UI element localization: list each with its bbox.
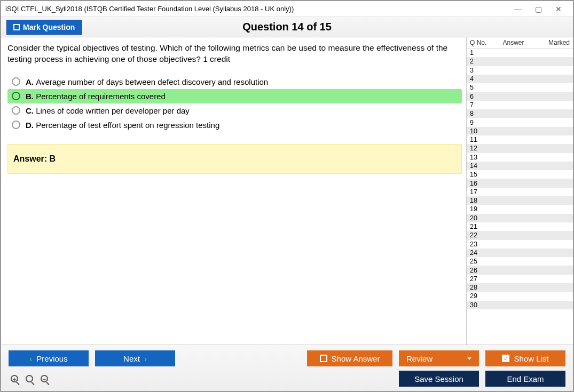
qno-cell: 11 bbox=[470, 136, 486, 143]
qno-cell: 20 bbox=[470, 214, 486, 222]
option-a[interactable]: A. Average number of days between defect… bbox=[7, 75, 462, 89]
question-row-28[interactable]: 28 bbox=[467, 283, 573, 292]
question-row-17[interactable]: 17 bbox=[467, 188, 573, 196]
radio-icon bbox=[12, 106, 20, 115]
question-row-23[interactable]: 23 bbox=[467, 240, 573, 249]
qno-cell: 21 bbox=[470, 223, 486, 230]
question-row-20[interactable]: 20 bbox=[467, 214, 573, 222]
show-answer-button[interactable]: Show Answer bbox=[307, 350, 392, 366]
show-answer-label: Show Answer bbox=[332, 354, 380, 363]
qno-cell: 13 bbox=[470, 154, 486, 161]
end-exam-button[interactable]: End Exam bbox=[485, 371, 565, 387]
magnifier-icon bbox=[26, 375, 33, 382]
titlebar: iSQI CTFL_UK_Syll2018 (ISTQB Certified T… bbox=[1, 1, 573, 17]
review-button[interactable]: Review bbox=[399, 350, 479, 366]
qno-cell: 25 bbox=[470, 258, 486, 265]
option-label: D. Percentage of test effort spent on re… bbox=[26, 121, 219, 130]
magnifier-plus-icon: + bbox=[11, 375, 18, 382]
options-list: A. Average number of days between defect… bbox=[7, 75, 462, 132]
option-d[interactable]: D. Percentage of test effort spent on re… bbox=[7, 118, 462, 132]
save-session-button[interactable]: Save Session bbox=[399, 371, 479, 387]
footer-row-1: ‹ Previous Next › Show Answer Review ✓ S… bbox=[9, 350, 565, 366]
question-list-body[interactable]: 1234567891011121314151617181920212223242… bbox=[467, 49, 573, 345]
window-title: iSQI CTFL_UK_Syll2018 (ISTQB Certified T… bbox=[5, 5, 508, 13]
minimize-button[interactable]: — bbox=[508, 2, 528, 17]
question-row-16[interactable]: 16 bbox=[467, 179, 573, 187]
qno-cell: 18 bbox=[470, 197, 486, 204]
next-label: Next bbox=[123, 354, 140, 363]
question-row-27[interactable]: 27 bbox=[467, 275, 573, 283]
qno-cell: 30 bbox=[470, 301, 486, 309]
option-label: A. Average number of days between defect… bbox=[26, 77, 268, 86]
zoom-out-button[interactable]: − bbox=[38, 373, 50, 385]
radio-icon bbox=[12, 92, 20, 100]
next-button[interactable]: Next › bbox=[95, 350, 175, 366]
question-row-25[interactable]: 25 bbox=[467, 257, 573, 266]
show-list-label: Show List bbox=[514, 354, 548, 363]
qno-cell: 14 bbox=[470, 162, 486, 170]
show-list-button[interactable]: ✓ Show List bbox=[485, 350, 565, 366]
question-row-24[interactable]: 24 bbox=[467, 249, 573, 257]
qno-cell: 24 bbox=[470, 249, 486, 257]
zoom-in-button[interactable]: + bbox=[9, 373, 20, 385]
question-row-10[interactable]: 10 bbox=[467, 127, 573, 135]
question-row-14[interactable]: 14 bbox=[467, 162, 573, 170]
chevron-down-icon bbox=[467, 357, 471, 360]
question-row-19[interactable]: 19 bbox=[467, 205, 573, 213]
mark-question-button[interactable]: Mark Question bbox=[6, 20, 82, 35]
qno-cell: 10 bbox=[470, 127, 486, 135]
question-row-12[interactable]: 12 bbox=[467, 144, 573, 153]
checkbox-checked-icon: ✓ bbox=[502, 355, 509, 362]
question-row-26[interactable]: 26 bbox=[467, 266, 573, 274]
option-label: C. Lines of code written per developer p… bbox=[26, 106, 190, 115]
qno-cell: 7 bbox=[470, 101, 486, 109]
radio-icon bbox=[12, 77, 20, 86]
question-row-5[interactable]: 5 bbox=[467, 83, 573, 92]
qno-cell: 1 bbox=[470, 49, 486, 57]
save-session-label: Save Session bbox=[414, 374, 463, 383]
radio-icon bbox=[12, 121, 20, 129]
close-button[interactable]: ✕ bbox=[548, 2, 569, 17]
maximize-button[interactable]: ▢ bbox=[528, 2, 548, 17]
question-row-15[interactable]: 15 bbox=[467, 170, 573, 179]
question-text: Consider the typical objectives of testi… bbox=[7, 43, 462, 65]
qno-cell: 19 bbox=[470, 205, 486, 213]
qno-cell: 4 bbox=[470, 75, 486, 83]
question-row-2[interactable]: 2 bbox=[467, 57, 573, 66]
question-row-30[interactable]: 30 bbox=[467, 301, 573, 309]
qno-cell: 22 bbox=[470, 231, 486, 239]
checkbox-icon bbox=[13, 24, 20, 30]
qno-cell: 12 bbox=[470, 145, 486, 152]
question-row-9[interactable]: 9 bbox=[467, 118, 573, 126]
qno-cell: 2 bbox=[470, 58, 486, 65]
magnifier-minus-icon: − bbox=[41, 375, 48, 382]
app-window: iSQI CTFL_UK_Syll2018 (ISTQB Certified T… bbox=[0, 0, 574, 392]
checkbox-icon bbox=[320, 355, 327, 362]
question-row-22[interactable]: 22 bbox=[467, 231, 573, 239]
question-list-panel: Q No. Answer Marked 12345678910111213141… bbox=[466, 37, 573, 345]
option-b[interactable]: B. Percentage of requirements covered bbox=[7, 89, 462, 103]
qno-cell: 3 bbox=[470, 67, 486, 74]
question-row-4[interactable]: 4 bbox=[467, 75, 573, 83]
qno-cell: 16 bbox=[470, 180, 486, 187]
zoom-reset-button[interactable] bbox=[23, 373, 35, 385]
main-body: Consider the typical objectives of testi… bbox=[1, 37, 573, 345]
review-label: Review bbox=[406, 354, 433, 363]
question-row-1[interactable]: 1 bbox=[467, 49, 573, 57]
question-row-29[interactable]: 29 bbox=[467, 292, 573, 300]
question-row-3[interactable]: 3 bbox=[467, 66, 573, 75]
col-marked: Marked bbox=[538, 39, 570, 46]
mark-question-label: Mark Question bbox=[23, 23, 75, 31]
footer: ‹ Previous Next › Show Answer Review ✓ S… bbox=[1, 345, 573, 391]
question-row-21[interactable]: 21 bbox=[467, 222, 573, 231]
question-row-8[interactable]: 8 bbox=[467, 109, 573, 118]
question-row-7[interactable]: 7 bbox=[467, 101, 573, 109]
option-c[interactable]: C. Lines of code written per developer p… bbox=[7, 103, 462, 118]
question-row-13[interactable]: 13 bbox=[467, 153, 573, 162]
question-counter: Question 14 of 15 bbox=[1, 21, 573, 33]
previous-button[interactable]: ‹ Previous bbox=[9, 350, 89, 366]
question-row-6[interactable]: 6 bbox=[467, 92, 573, 100]
question-row-11[interactable]: 11 bbox=[467, 135, 573, 144]
question-row-18[interactable]: 18 bbox=[467, 196, 573, 205]
qno-cell: 23 bbox=[470, 241, 486, 248]
